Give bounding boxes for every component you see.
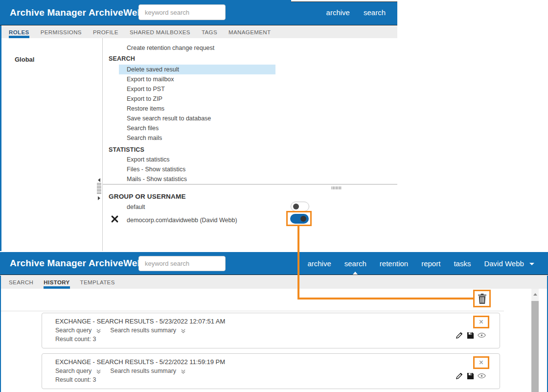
- history-card-expanders: Search query Search results summary: [55, 368, 195, 374]
- edit-icon[interactable]: [456, 372, 463, 380]
- annotation-trash-highlight: [473, 290, 491, 307]
- permission-item[interactable]: Search mails: [127, 133, 162, 143]
- search-results-summary-expander[interactable]: Search results summary: [110, 368, 186, 374]
- window-left-edge: [0, 276, 1, 392]
- history-card: EXCHANGE - SEARCH RESULTS - 5/22/2022 11…: [42, 353, 500, 389]
- permission-item[interactable]: Export statistics: [127, 155, 170, 164]
- tab-management[interactable]: MANAGEMENT: [228, 26, 271, 38]
- nav-search[interactable]: search: [364, 8, 386, 17]
- permission-item[interactable]: Search files: [127, 123, 159, 133]
- save-icon[interactable]: [467, 372, 474, 380]
- nav-tasks[interactable]: tasks: [454, 259, 471, 268]
- history-card-expanders: Search query Search results summary: [55, 327, 195, 334]
- card-actions: [456, 372, 486, 380]
- toggle-knob: [293, 204, 299, 209]
- trash-icon: [478, 294, 487, 304]
- tab-history[interactable]: HISTORY: [44, 276, 69, 289]
- close-result-button[interactable]: ×: [479, 318, 483, 326]
- tab-tags[interactable]: TAGS: [202, 26, 217, 38]
- result-count: Result count: 3: [55, 376, 96, 383]
- sidebar-divider: [102, 38, 103, 251]
- permission-item[interactable]: Restore items: [127, 104, 164, 114]
- card-actions: [456, 331, 486, 339]
- expander-label: Search results summary: [110, 327, 176, 334]
- remove-user-icon[interactable]: [111, 215, 119, 223]
- tab-profile[interactable]: PROFILE: [93, 26, 118, 38]
- permission-item-selected[interactable]: Delete saved result: [119, 65, 275, 74]
- permission-toggle-davidwebb[interactable]: [290, 214, 309, 224]
- annotation-toggle-highlight: [286, 211, 312, 226]
- nav-archive[interactable]: archive: [307, 259, 331, 268]
- annotation-connector-vertical: [297, 226, 299, 300]
- collapse-left-icon[interactable]: [98, 178, 100, 182]
- scrollbar[interactable]: [531, 289, 539, 392]
- group-row-label: default: [127, 202, 145, 212]
- active-nav-indicator-icon: [353, 272, 358, 275]
- scrollbar-up-button[interactable]: [531, 289, 539, 300]
- group-or-username-heading: GROUP OR USERNAME: [109, 193, 186, 200]
- header-nav: archive search retention report tasks Da…: [307, 252, 534, 275]
- panel-splitter-grip-icon[interactable]: [332, 186, 342, 189]
- permission-section-statistics: STATISTICS: [109, 145, 144, 155]
- user-menu-label: David Webb: [484, 259, 524, 268]
- history-card: EXCHANGE - SEARCH RESULTS - 5/23/2022 12…: [42, 313, 500, 348]
- nav-report[interactable]: report: [421, 259, 440, 268]
- tab-templates[interactable]: TEMPLATES: [80, 276, 115, 289]
- roles-tab-bar: ROLES PERMISSIONS PROFILE SHARED MAILBOX…: [0, 26, 397, 38]
- annotation-close-highlight: ×: [473, 316, 489, 328]
- permission-toggle-default[interactable]: [291, 202, 309, 211]
- save-icon[interactable]: [467, 332, 474, 339]
- tab-permissions[interactable]: PERMISSIONS: [41, 26, 82, 38]
- tab-shared-mailboxes[interactable]: SHARED MAILBOXES: [130, 26, 190, 38]
- permission-item[interactable]: Export to mailbox: [127, 74, 174, 84]
- nav-search[interactable]: search: [344, 259, 366, 268]
- user-menu[interactable]: David Webb: [484, 259, 534, 268]
- app-header-bottom: Archive Manager ArchiveWeb archive searc…: [0, 252, 548, 275]
- history-card-title: EXCHANGE - SEARCH RESULTS - 5/23/2022 12…: [55, 318, 225, 325]
- sidebar-item-global[interactable]: Global: [15, 56, 34, 63]
- tab-search[interactable]: SEARCH: [9, 276, 33, 289]
- search-query-expander[interactable]: Search query: [55, 368, 101, 374]
- permission-item[interactable]: Save search result to database: [127, 114, 211, 123]
- group-row-label: democorp.com\davidwebb (David Webb): [127, 215, 237, 225]
- search-query-expander[interactable]: Search query: [55, 327, 101, 334]
- permission-item[interactable]: Export to PST: [127, 84, 165, 94]
- keyword-search-input[interactable]: [138, 256, 226, 271]
- search-tab-bar: SEARCH HISTORY TEMPLATES: [0, 276, 548, 289]
- toggle-knob: [300, 216, 306, 222]
- close-result-button[interactable]: ×: [479, 359, 483, 367]
- permission-item[interactable]: Mails - Show statistics: [127, 174, 187, 184]
- delete-history-button[interactable]: [478, 294, 487, 304]
- nav-archive[interactable]: archive: [326, 8, 350, 17]
- sidebar-splitter[interactable]: [96, 177, 102, 201]
- permission-item[interactable]: Files - Show statistics: [127, 164, 185, 174]
- annotation-close-highlight: ×: [473, 356, 489, 369]
- permission-item[interactable]: Export to ZIP: [127, 94, 162, 104]
- double-chevron-down-icon: [181, 328, 186, 334]
- splitter-grip-icon[interactable]: [97, 183, 101, 194]
- scrollbar-thumb[interactable]: [531, 301, 539, 392]
- double-chevron-down-icon: [96, 328, 101, 334]
- keyword-search-input[interactable]: [138, 4, 226, 20]
- nav-search-label: search: [344, 259, 366, 268]
- panel-divider: [103, 184, 397, 184]
- chevron-down-icon: [529, 263, 534, 265]
- permission-section-search: SEARCH: [109, 54, 135, 64]
- history-card-title: EXCHANGE - SEARCH RESULTS - 5/22/2022 11…: [55, 358, 225, 366]
- search-results-summary-expander[interactable]: Search results summary: [110, 327, 186, 334]
- double-chevron-down-icon: [96, 369, 101, 374]
- permission-item[interactable]: Create retention change request: [127, 43, 214, 53]
- header-nav: archive search: [326, 0, 386, 25]
- edit-icon[interactable]: [456, 331, 463, 339]
- result-count: Result count: 3: [55, 336, 96, 343]
- expand-right-icon[interactable]: [98, 196, 100, 200]
- tab-roles[interactable]: ROLES: [9, 26, 29, 38]
- expander-label: Search results summary: [110, 368, 176, 374]
- screenshot-canvas: Archive Manager ArchiveWeb archive searc…: [0, 0, 548, 392]
- view-icon[interactable]: [478, 373, 486, 379]
- window-edge-artifact: [291, 0, 397, 2]
- toolbar-divider: [0, 311, 504, 311]
- view-icon[interactable]: [478, 332, 486, 338]
- nav-retention[interactable]: retention: [380, 259, 408, 268]
- arrow-up-icon: [533, 293, 537, 296]
